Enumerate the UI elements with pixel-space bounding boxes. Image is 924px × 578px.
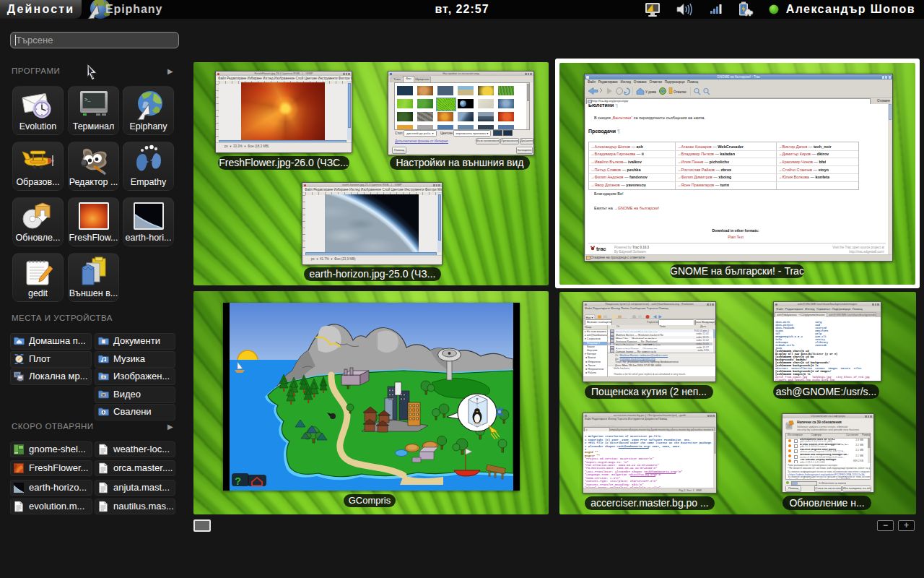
svg-text:?: ? xyxy=(235,475,241,487)
svg-text:Отметки: Отметки xyxy=(674,90,687,94)
svg-text:У дома: У дома xyxy=(645,90,656,94)
svg-text:>_: >_ xyxy=(84,97,91,103)
svg-text:trac: trac xyxy=(596,246,606,252)
